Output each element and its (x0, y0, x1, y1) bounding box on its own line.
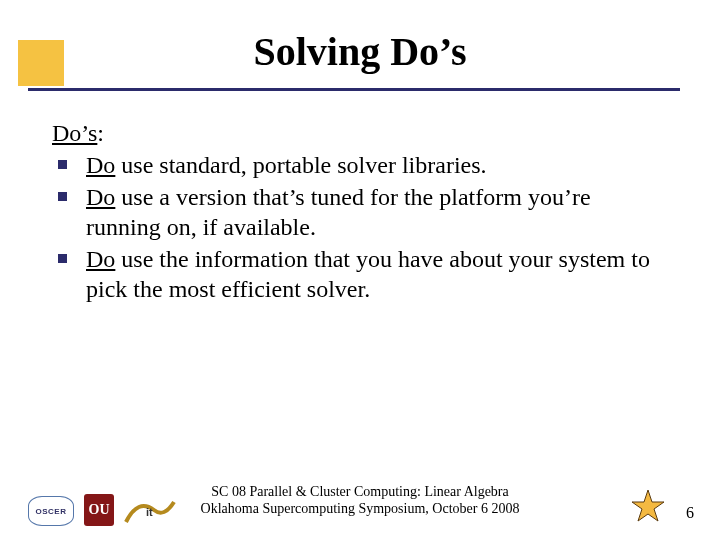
heading-do: Do’s (52, 120, 97, 146)
slide-title: Solving Do’s (0, 28, 720, 75)
page-number: 6 (686, 504, 694, 522)
list-heading: Do’s: (52, 118, 670, 148)
star-logo (630, 488, 666, 524)
bullet-do: Do (86, 184, 115, 210)
list-item: Do use a version that’s tuned for the pl… (52, 182, 670, 242)
body-content: Do’s: Do use standard, portable solver l… (52, 118, 670, 306)
footer-line-1: SC 08 Parallel & Cluster Computing: Line… (0, 484, 720, 501)
title-underline (28, 88, 680, 91)
bullet-do: Do (86, 246, 115, 272)
heading-colon: : (97, 120, 104, 146)
bullet-list: Do use standard, portable solver librari… (52, 150, 670, 304)
square-bullet-icon (58, 160, 67, 169)
bullet-do: Do (86, 152, 115, 178)
bullet-text: use the information that you have about … (86, 246, 650, 302)
square-bullet-icon (58, 254, 67, 263)
square-bullet-icon (58, 192, 67, 201)
svg-marker-1 (632, 490, 664, 521)
footer: OSCER OU it SC 08 Parallel & Cluster Com… (0, 478, 720, 526)
bullet-text: use standard, portable solver libraries. (115, 152, 486, 178)
list-item: Do use standard, portable solver librari… (52, 150, 670, 180)
footer-line-2: Oklahoma Supercomputing Symposium, Octob… (0, 501, 720, 518)
bullet-text: use a version that’s tuned for the platf… (86, 184, 591, 240)
list-item: Do use the information that you have abo… (52, 244, 670, 304)
footer-text: SC 08 Parallel & Cluster Computing: Line… (0, 484, 720, 518)
slide: Solving Do’s Do’s: Do use standard, port… (0, 0, 720, 540)
